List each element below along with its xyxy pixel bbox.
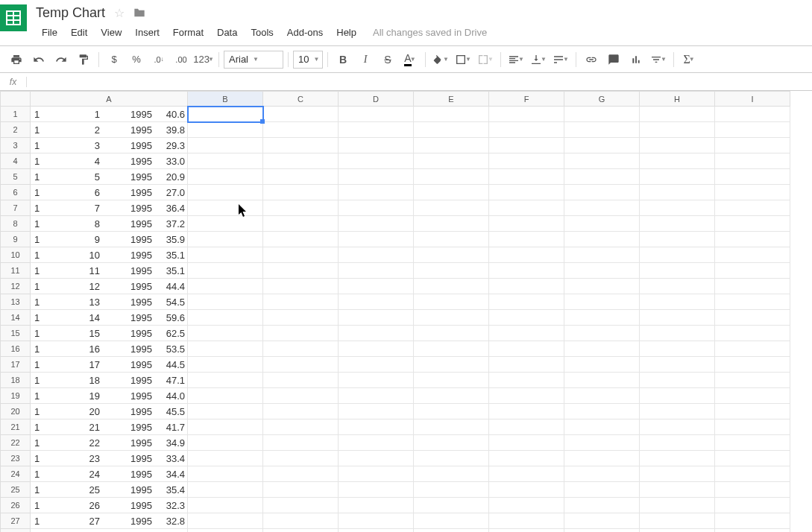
cell[interactable] xyxy=(263,294,339,310)
menu-addons[interactable]: Add-ons xyxy=(281,24,329,41)
cell[interactable] xyxy=(188,153,263,169)
fill-color-button[interactable]: ▼ xyxy=(430,49,451,70)
row-header[interactable]: 25 xyxy=(1,482,31,498)
cell[interactable] xyxy=(263,232,339,247)
cell[interactable] xyxy=(489,326,564,341)
menu-data[interactable]: Data xyxy=(211,24,243,41)
menu-insert[interactable]: Insert xyxy=(129,24,166,41)
cell[interactable] xyxy=(640,247,715,263)
bold-button[interactable]: B xyxy=(333,49,353,70)
cell[interactable]: 1 7 1995 36.4 xyxy=(31,200,188,216)
row-header[interactable]: 7 xyxy=(1,200,31,216)
cell[interactable] xyxy=(564,388,640,404)
cell[interactable] xyxy=(640,169,715,185)
row-header[interactable]: 20 xyxy=(1,404,31,419)
cell[interactable] xyxy=(339,185,414,200)
cell[interactable] xyxy=(339,404,414,419)
cell[interactable] xyxy=(188,107,263,122)
cell[interactable] xyxy=(564,107,640,122)
cell[interactable]: 1 20 1995 45.5 xyxy=(31,404,188,419)
cell[interactable] xyxy=(640,294,715,310)
cell[interactable] xyxy=(339,373,414,388)
col-header-F[interactable]: F xyxy=(489,92,564,107)
row-header[interactable]: 15 xyxy=(1,326,31,341)
cell[interactable] xyxy=(263,247,339,263)
cell[interactable] xyxy=(564,153,640,169)
cell[interactable] xyxy=(715,122,790,138)
cell[interactable] xyxy=(263,466,339,482)
cell[interactable] xyxy=(564,185,640,200)
functions-button[interactable]: Σ▼ xyxy=(679,49,699,70)
doc-title[interactable]: Temp Chart xyxy=(36,5,105,21)
cell[interactable] xyxy=(339,138,414,153)
cell[interactable] xyxy=(640,138,715,153)
cell[interactable] xyxy=(339,263,414,279)
cell[interactable] xyxy=(188,404,263,419)
decrease-decimal-button[interactable]: .0↓ xyxy=(148,49,169,70)
cell[interactable] xyxy=(263,451,339,466)
cell[interactable] xyxy=(188,466,263,482)
cell[interactable]: 1 8 1995 37.2 xyxy=(31,216,188,232)
cell[interactable] xyxy=(715,388,790,404)
cell[interactable] xyxy=(640,153,715,169)
cell[interactable] xyxy=(489,419,564,435)
cell[interactable] xyxy=(489,451,564,466)
cell[interactable]: 1 10 1995 35.1 xyxy=(31,247,188,263)
insert-comment-button[interactable] xyxy=(603,49,624,70)
cell[interactable]: 1 24 1995 34.4 xyxy=(31,466,188,482)
cell[interactable] xyxy=(489,341,564,357)
cell[interactable] xyxy=(715,153,790,169)
cell[interactable] xyxy=(414,341,489,357)
cell[interactable] xyxy=(188,185,263,200)
menu-tools[interactable]: Tools xyxy=(245,24,279,41)
number-format-button[interactable]: 123▼ xyxy=(193,49,214,70)
cell[interactable] xyxy=(564,232,640,247)
cell[interactable] xyxy=(339,200,414,216)
cell[interactable] xyxy=(414,388,489,404)
cell[interactable] xyxy=(640,107,715,122)
cell[interactable] xyxy=(640,529,715,533)
sheets-logo[interactable] xyxy=(0,4,27,31)
cell[interactable] xyxy=(414,263,489,279)
cell[interactable] xyxy=(715,310,790,326)
col-header-I[interactable]: I xyxy=(715,92,790,107)
cell[interactable] xyxy=(188,122,263,138)
cell[interactable]: 1 5 1995 20.9 xyxy=(31,169,188,185)
cell[interactable] xyxy=(489,138,564,153)
cell[interactable] xyxy=(564,529,640,533)
cell[interactable] xyxy=(263,310,339,326)
cell[interactable] xyxy=(339,419,414,435)
cell[interactable] xyxy=(489,200,564,216)
row-header[interactable]: 4 xyxy=(1,153,31,169)
cell[interactable] xyxy=(414,122,489,138)
cell[interactable] xyxy=(715,279,790,294)
cell[interactable] xyxy=(564,310,640,326)
row-header[interactable]: 24 xyxy=(1,466,31,482)
redo-button[interactable] xyxy=(51,49,72,70)
percent-button[interactable]: % xyxy=(126,49,147,70)
cell[interactable]: 1 12 1995 44.4 xyxy=(31,279,188,294)
increase-decimal-button[interactable]: .00 xyxy=(171,49,192,70)
cell[interactable] xyxy=(715,263,790,279)
cell[interactable] xyxy=(414,513,489,529)
cell[interactable] xyxy=(564,357,640,373)
insert-chart-button[interactable] xyxy=(626,49,646,70)
col-header-H[interactable]: H xyxy=(640,92,715,107)
row-header[interactable]: 28 xyxy=(1,529,31,533)
cell[interactable] xyxy=(263,435,339,451)
cell[interactable] xyxy=(489,466,564,482)
cell[interactable] xyxy=(188,388,263,404)
cell[interactable] xyxy=(715,216,790,232)
row-header[interactable]: 19 xyxy=(1,388,31,404)
cell[interactable] xyxy=(715,466,790,482)
cell[interactable] xyxy=(188,279,263,294)
cell[interactable]: 1 18 1995 47.1 xyxy=(31,373,188,388)
menu-edit[interactable]: Edit xyxy=(65,24,93,41)
cell[interactable] xyxy=(640,498,715,513)
cell[interactable] xyxy=(339,435,414,451)
cell[interactable] xyxy=(640,513,715,529)
cell[interactable] xyxy=(339,232,414,247)
cell[interactable] xyxy=(414,107,489,122)
paint-format-button[interactable] xyxy=(73,49,94,70)
cell[interactable] xyxy=(188,435,263,451)
